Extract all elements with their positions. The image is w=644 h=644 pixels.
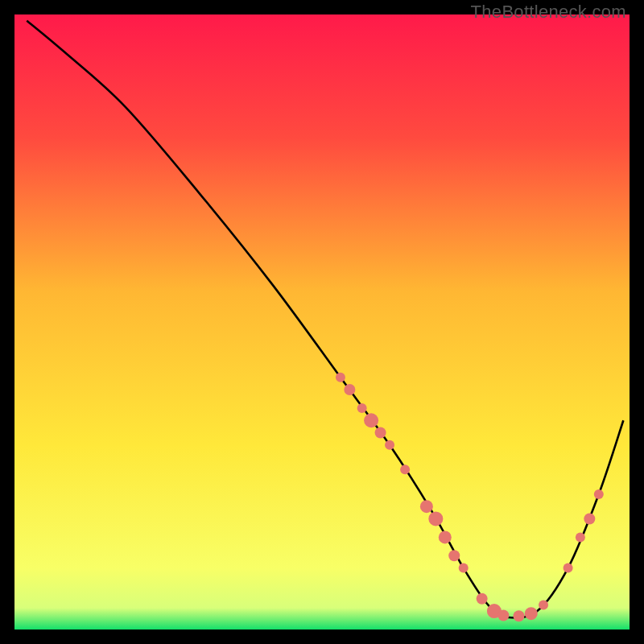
marker-dot [428,511,443,526]
marker-dot [400,464,410,474]
marker-dot [364,413,378,427]
marker-dot [344,384,355,395]
marker-dot [564,564,573,573]
marker-dot [594,489,604,499]
chart-plot-area [14,14,630,630]
marker-dot [459,564,469,573]
chart-svg [14,14,630,630]
marker-dot [584,513,595,524]
marker-dot [385,440,394,450]
marker-dot [513,610,524,621]
marker-dot [420,500,433,513]
marker-dot [477,593,488,605]
marker-dot [539,600,548,609]
marker-dot [497,609,509,621]
watermark-text: TheBottleneck.com [471,2,626,23]
marker-dot [525,607,538,620]
marker-dot [448,550,460,561]
marker-dot [336,373,345,382]
marker-dot [357,403,367,413]
marker-dot [439,530,452,543]
marker-dot [576,532,585,542]
marker-dot [375,427,386,439]
gradient-background [14,14,630,630]
